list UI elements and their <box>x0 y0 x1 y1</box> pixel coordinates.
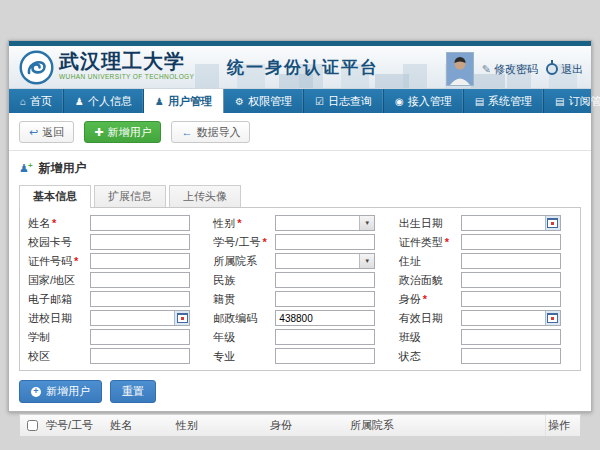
basic-info-panel: 姓名* 性别* ▼ 出生日期 校园卡号 学号/工号* 证件类型* <box>19 207 581 371</box>
id-type-input[interactable] <box>461 234 561 250</box>
power-icon <box>546 63 558 75</box>
department-select[interactable]: ▼ <box>275 253 375 269</box>
col-department: 所属院系 <box>348 415 546 436</box>
identity-input[interactable] <box>461 291 561 307</box>
field-label: 邮政编码 <box>207 311 275 326</box>
logout-label: 退出 <box>561 62 583 77</box>
add-user-section-icon: ♟+ <box>19 162 34 175</box>
major-input[interactable] <box>275 348 375 364</box>
field-label: 进校日期 <box>22 311 90 326</box>
status-input[interactable] <box>461 348 561 364</box>
select-all-checkbox[interactable] <box>27 420 38 431</box>
form-field-campus-card: 校园卡号 <box>22 234 207 250</box>
user-table-header: 学号/工号 姓名 性别 身份 所属院系 操作 <box>19 414 581 437</box>
tab-extended-info[interactable]: 扩展信息 <box>94 185 166 207</box>
form-field-country: 国家/地区 <box>22 272 207 288</box>
campus-input[interactable] <box>90 348 190 364</box>
required-mark: * <box>445 236 449 248</box>
user-avatar[interactable] <box>446 52 474 86</box>
pencil-icon: ✎ <box>482 63 491 76</box>
form-field-id-number: 证件号码* <box>22 253 207 269</box>
form-grid: 姓名* 性别* ▼ 出生日期 校园卡号 学号/工号* 证件类型* <box>22 215 578 364</box>
nav-item-personal-info[interactable]: ♟个人信息 <box>64 89 144 113</box>
campus-card-input[interactable] <box>90 234 190 250</box>
class-input[interactable] <box>461 329 561 345</box>
grade-input[interactable] <box>275 329 375 345</box>
field-label: 籍贯 <box>207 292 275 307</box>
country-input[interactable] <box>90 272 190 288</box>
form-field-schooling-length: 学制 <box>22 329 207 345</box>
chevron-down-icon: ▼ <box>359 254 374 268</box>
home-icon: ⌂ <box>20 96 26 107</box>
schooling-length-input[interactable] <box>90 329 190 345</box>
data-import-button[interactable]: ← 数据导入 <box>171 121 250 143</box>
field-label: 校园卡号 <box>22 235 90 250</box>
form-field-ethnicity: 民族 <box>207 272 392 288</box>
field-label: 学制 <box>22 330 90 345</box>
postal-code-input[interactable] <box>275 310 375 326</box>
native-place-input[interactable] <box>275 291 375 307</box>
email-input[interactable] <box>90 291 190 307</box>
nav-item-system-management[interactable]: ▤系统管理 <box>464 89 544 113</box>
field-label: 状态 <box>393 349 461 364</box>
back-arrow-icon: ↩ <box>29 126 38 139</box>
form-field-native-place: 籍贯 <box>207 291 392 307</box>
required-mark: * <box>52 217 56 229</box>
name-input[interactable] <box>90 215 190 231</box>
log-search-icon: ☑ <box>315 96 324 107</box>
plus-circle-icon: + <box>31 387 41 397</box>
field-label: 证件号码* <box>22 254 90 269</box>
section-header: ♟+ 新增用户 <box>9 151 591 183</box>
import-arrow-icon: ← <box>181 126 192 138</box>
political-status-input[interactable] <box>461 272 561 288</box>
university-name: 武汉理工大学 <box>59 51 194 71</box>
nav-item-subscription-management[interactable]: ▤订阅管理 <box>544 89 600 113</box>
section-title: 新增用户 <box>39 160 87 177</box>
form-field-address: 住址 <box>393 253 578 269</box>
back-button[interactable]: ↩ 返回 <box>19 121 74 143</box>
logout-link[interactable]: 退出 <box>546 62 583 77</box>
nav-item-home[interactable]: ⌂首页 <box>9 89 64 113</box>
university-name-en: WUHAN UNIVERSITY OF TECHNOLOGY <box>59 74 194 81</box>
tab-upload-avatar[interactable]: 上传头像 <box>169 185 241 207</box>
calendar-icon[interactable] <box>545 311 560 325</box>
required-mark: * <box>262 236 266 248</box>
required-mark: * <box>237 217 241 229</box>
field-label: 班级 <box>393 330 461 345</box>
gender-select[interactable]: ▼ <box>275 215 375 231</box>
form-field-name: 姓名* <box>22 215 207 231</box>
form-field-campus: 校区 <box>22 348 207 364</box>
access-icon: ◉ <box>395 96 404 107</box>
main-nav: ⌂首页 ♟个人信息 ♟用户管理 ⚙权限管理 ☑日志查询 ◉接入管理 ▤系统管理 … <box>9 89 591 113</box>
student-id-input[interactable] <box>275 234 375 250</box>
change-password-link[interactable]: ✎ 修改密码 <box>482 62 538 77</box>
tab-basic-info[interactable]: 基本信息 <box>19 185 91 208</box>
form-field-political-status: 政治面貌 <box>393 272 578 288</box>
reset-button[interactable]: 重置 <box>110 380 156 403</box>
nav-item-user-management[interactable]: ♟用户管理 <box>144 89 224 113</box>
user-icon: ♟ <box>75 96 84 107</box>
field-label: 姓名* <box>22 216 90 231</box>
field-label: 国家/地区 <box>22 273 90 288</box>
chevron-down-icon: ▼ <box>359 216 374 230</box>
subscribe-icon: ▤ <box>555 96 564 107</box>
form-actions: + 新增用户 重置 <box>9 371 591 412</box>
field-label: 专业 <box>207 349 275 364</box>
col-actions: 操作 <box>546 415 580 436</box>
field-label: 学号/工号* <box>207 235 275 250</box>
nav-item-access-management[interactable]: ◉接入管理 <box>384 89 464 113</box>
calendar-icon[interactable] <box>174 311 189 325</box>
id-number-input[interactable] <box>90 253 190 269</box>
calendar-icon[interactable] <box>545 216 560 230</box>
address-input[interactable] <box>461 253 561 269</box>
form-tabs: 基本信息 扩展信息 上传头像 <box>19 185 581 207</box>
nav-item-log-query[interactable]: ☑日志查询 <box>304 89 384 113</box>
add-user-button[interactable]: ✚ 新增用户 <box>84 121 161 143</box>
form-field-birth-date: 出生日期 <box>393 215 578 231</box>
form-field-postal-code: 邮政编码 <box>207 310 392 326</box>
submit-add-user-button[interactable]: + 新增用户 <box>19 380 102 403</box>
field-label: 住址 <box>393 254 461 269</box>
form-field-identity: 身份* <box>393 291 578 307</box>
nav-item-permission-management[interactable]: ⚙权限管理 <box>224 89 304 113</box>
ethnicity-input[interactable] <box>275 272 375 288</box>
